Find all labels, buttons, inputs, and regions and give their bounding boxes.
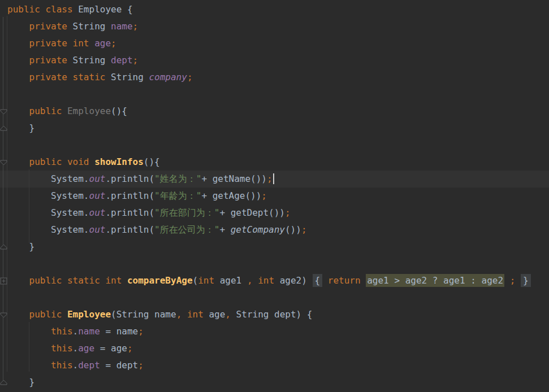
- code-token: [62, 106, 67, 116]
- code-token: ,: [247, 275, 253, 286]
- code-token: "姓名为：": [154, 173, 201, 184]
- code-area[interactable]: public class Employee { private String n…: [0, 0, 549, 391]
- code-line[interactable]: [0, 255, 549, 272]
- code-token: age: [94, 38, 111, 49]
- code-token: public class: [7, 4, 73, 15]
- code-line[interactable]: public Employee(){: [0, 103, 549, 120]
- code-line[interactable]: private String dept;: [0, 52, 549, 69]
- code-token: ,: [176, 309, 182, 320]
- indent-guide-line: [29, 169, 29, 243]
- code-token: ;: [133, 55, 139, 66]
- code-line[interactable]: private static String company;: [0, 69, 549, 86]
- code-line[interactable]: public Employee(String name, int age, St…: [0, 306, 549, 323]
- code-line[interactable]: System.out.println("年龄为："+ getAge());: [0, 188, 549, 204]
- code-token: .: [73, 360, 79, 371]
- code-editor[interactable]: public class Employee { private String n…: [0, 0, 549, 392]
- code-line[interactable]: this.age = age;: [0, 340, 549, 357]
- code-line[interactable]: [0, 137, 549, 154]
- code-token: [7, 38, 29, 49]
- code-token: getCompany: [231, 224, 285, 235]
- code-token: +: [219, 224, 230, 235]
- code-token: + getDept()): [219, 207, 285, 218]
- code-token: Employee: [67, 309, 111, 320]
- code-token: [89, 156, 95, 167]
- code-token: [7, 21, 29, 32]
- code-line[interactable]: System.out.println("所在部门为："+ getDept());: [0, 204, 549, 221]
- code-token: = dept: [100, 360, 138, 371]
- code-line[interactable]: private String name;: [0, 18, 549, 35]
- code-token: [504, 275, 510, 286]
- code-token: ;: [111, 38, 116, 49]
- code-line[interactable]: this.name = name;: [0, 323, 549, 340]
- code-token: public static int: [29, 275, 122, 286]
- code-token: this: [51, 326, 73, 337]
- code-token: out: [89, 173, 106, 184]
- fold-open-chevron-icon[interactable]: [0, 159, 7, 166]
- code-line[interactable]: private int age;: [0, 35, 549, 52]
- fold-open-chevron-icon[interactable]: [0, 108, 7, 115]
- code-token: = age: [94, 343, 127, 354]
- code-token: System.: [7, 224, 89, 235]
- indent-guide-line: [7, 16, 7, 372]
- code-token: }: [7, 377, 34, 387]
- code-token: }: [7, 123, 34, 133]
- fold-close-chevron-icon[interactable]: [0, 125, 7, 132]
- code-line[interactable]: System.out.println("所在公司为："+ getCompany(…: [0, 221, 549, 238]
- code-token: int: [258, 275, 274, 286]
- code-token: String: [67, 55, 111, 66]
- code-token: age: [78, 343, 94, 354]
- code-line[interactable]: }: [0, 374, 549, 391]
- code-line[interactable]: public void showInfos(){: [0, 154, 549, 171]
- code-token: private static: [29, 72, 106, 82]
- code-token: .println(: [105, 224, 154, 235]
- code-token: {: [313, 274, 323, 287]
- code-token: .: [73, 343, 79, 354]
- code-token: }: [521, 274, 531, 287]
- code-token: public: [29, 309, 62, 320]
- code-line[interactable]: }: [0, 120, 549, 137]
- code-token: "所在部门为：": [154, 207, 219, 218]
- code-token: .println(: [105, 190, 154, 201]
- fold-close-chevron-icon[interactable]: [0, 243, 7, 251]
- code-line[interactable]: public static int compareByAge(int age1 …: [0, 272, 549, 289]
- code-token: [62, 309, 67, 320]
- code-line[interactable]: [0, 289, 549, 306]
- code-token: [7, 72, 29, 82]
- code-token: age: [204, 309, 226, 320]
- code-line[interactable]: public class Employee {: [0, 1, 549, 18]
- code-token: private: [29, 55, 67, 66]
- code-token: public void: [29, 156, 89, 167]
- code-line-active[interactable]: System.out.println("姓名为："+ getName());: [0, 171, 549, 188]
- code-token: [89, 38, 95, 49]
- code-token: + getAge()): [201, 190, 261, 201]
- code-token: private: [29, 21, 67, 32]
- code-token: showInfos: [94, 156, 144, 167]
- code-line[interactable]: [0, 86, 549, 103]
- code-line[interactable]: this.dept = dept;: [0, 357, 549, 374]
- code-line[interactable]: }: [0, 238, 549, 255]
- code-token: String dept) {: [231, 309, 313, 320]
- code-token: out: [89, 207, 106, 218]
- code-token: ,: [225, 309, 231, 320]
- code-token: [7, 55, 29, 66]
- fold-collapsed-plus-icon[interactable]: [0, 277, 7, 285]
- code-token: return: [328, 275, 361, 286]
- code-token: [7, 309, 29, 320]
- fold-close-chevron-icon[interactable]: [0, 379, 7, 386]
- code-token: System.: [7, 190, 89, 201]
- fold-open-chevron-icon[interactable]: [0, 311, 7, 319]
- code-token: ;: [133, 21, 139, 32]
- code-token: this: [51, 360, 73, 371]
- code-token: ;: [301, 224, 307, 235]
- code-token: ;: [285, 207, 291, 218]
- code-token: ;: [261, 190, 267, 201]
- code-token: [7, 156, 29, 167]
- code-token: ;: [138, 326, 144, 337]
- code-token: ;: [127, 343, 133, 354]
- code-token: (){: [111, 106, 127, 116]
- code-token: [7, 106, 29, 116]
- code-token: .: [73, 326, 79, 337]
- code-token: = name: [100, 326, 138, 337]
- code-token: [361, 275, 366, 286]
- code-token: String: [105, 72, 149, 82]
